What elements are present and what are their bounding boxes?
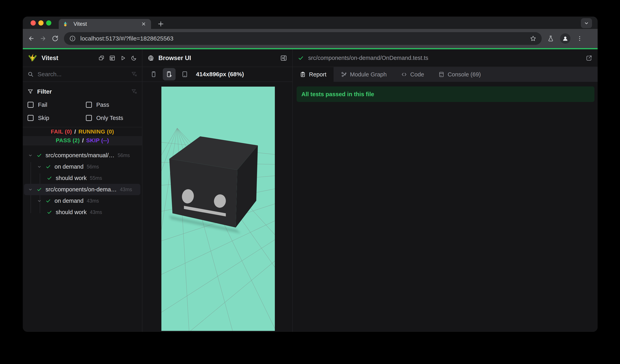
checkbox[interactable]	[86, 102, 92, 108]
filter-option-label: Fail	[38, 102, 47, 108]
chevron-down-icon	[583, 20, 589, 26]
report-content: All tests passed in this file	[293, 82, 598, 332]
filter-options: FailPassSkipOnly Tests	[28, 100, 137, 123]
tab-label: Code	[410, 71, 424, 78]
filter-option-pass[interactable]: Pass	[86, 100, 137, 110]
filter-option-fail[interactable]: Fail	[28, 100, 86, 110]
funnel-icon	[28, 89, 33, 94]
clipboard-icon	[300, 72, 306, 77]
tab-label: Console (69)	[448, 71, 481, 78]
windows-icon[interactable]	[98, 55, 105, 61]
test-duration: 43ms	[90, 209, 102, 215]
tablet-icon	[181, 71, 188, 78]
status-row-fail-running[interactable]: FAIL (0) / RUNNING (0)	[23, 127, 142, 136]
zoom-window-button[interactable]	[46, 20, 51, 26]
site-info-icon[interactable]	[69, 35, 76, 42]
test-tree: src/components/manual/…56mson demand56ms…	[23, 145, 142, 332]
tab-label: Report	[309, 71, 326, 78]
tab-code[interactable]: Code	[394, 67, 431, 82]
device-button-phone-plus[interactable]	[163, 68, 176, 80]
device-button-phone-small[interactable]	[147, 68, 160, 80]
url-text: localhost:5173/#/?file=1828625563	[80, 35, 525, 42]
panel-right-icon[interactable]	[280, 55, 287, 61]
tree-row[interactable]: on demand43ms	[24, 195, 140, 206]
clear-filter-icon[interactable]	[131, 71, 137, 77]
chevron-down-icon[interactable]	[37, 164, 42, 169]
close-window-button[interactable]	[31, 20, 36, 26]
pass-count: PASS (2)	[56, 137, 80, 144]
toolbar-right-actions	[547, 33, 584, 44]
filter-option-only-tests[interactable]: Only Tests	[86, 113, 137, 123]
bookmark-star-icon[interactable]	[530, 35, 537, 42]
flask-icon[interactable]	[547, 35, 554, 42]
chevron-down-icon[interactable]	[28, 153, 33, 158]
check-icon	[46, 198, 51, 204]
tab-report[interactable]: Report	[293, 67, 334, 82]
checkbox[interactable]	[28, 115, 33, 121]
profile-avatar[interactable]	[560, 33, 571, 44]
code-icon	[401, 72, 407, 77]
tree-row[interactable]: should work55ms	[24, 173, 140, 184]
phone-plus-icon	[166, 71, 172, 78]
filter-option-label: Only Tests	[96, 115, 123, 121]
tab-module-graph[interactable]: Module Graph	[334, 67, 394, 82]
reload-icon[interactable]	[51, 35, 59, 42]
test-duration: 55ms	[90, 175, 102, 181]
play-icon[interactable]	[120, 55, 126, 61]
filter-label: Filter	[37, 88, 127, 95]
file-header: src/components/on-demand/OnDemand.test.t…	[293, 49, 598, 67]
browser-ui-title: Browser UI	[158, 55, 191, 62]
running-count: RUNNING (0)	[78, 129, 114, 135]
status-separator: /	[74, 129, 76, 135]
tree-row[interactable]: on demand56ms	[24, 161, 140, 173]
tab-search-button[interactable]	[581, 18, 592, 28]
phone-small-icon	[150, 71, 157, 78]
external-link-icon[interactable]	[586, 55, 592, 61]
status-row-pass-skip[interactable]: PASS (2) / SKIP (--)	[23, 136, 142, 145]
tab-console-69[interactable]: Console (69)	[431, 67, 488, 82]
device-button-tablet[interactable]	[178, 68, 191, 80]
console-icon	[438, 72, 444, 77]
sidebar-header: Vitest	[23, 49, 142, 67]
report-tabs: ReportModule GraphCodeConsole (69)	[293, 67, 598, 82]
status-summary: FAIL (0) / RUNNING (0) PASS (2) / SKIP (…	[23, 127, 142, 145]
close-tab-icon[interactable]	[141, 21, 147, 27]
browser-tab[interactable]: Vitest	[59, 19, 151, 29]
new-tab-button[interactable]	[157, 20, 165, 28]
viewport-size-label: 414x896px (68%)	[196, 71, 244, 78]
check-icon	[37, 187, 42, 192]
moon-icon[interactable]	[131, 55, 137, 61]
clear-filter-icon[interactable]	[131, 89, 137, 95]
back-icon[interactable]	[28, 35, 35, 42]
sidebar-actions	[98, 55, 137, 61]
globe-icon	[148, 55, 154, 61]
test-file-path: src/components/on-demand/OnDemand.test.t…	[308, 55, 581, 61]
check-icon	[298, 55, 304, 61]
tree-row[interactable]: should work43ms	[24, 206, 140, 218]
tab-label: Module Graph	[350, 71, 387, 78]
address-bar[interactable]: localhost:5173/#/?file=1828625563	[64, 32, 542, 45]
dashboard-icon[interactable]	[109, 55, 115, 61]
checkbox[interactable]	[86, 115, 92, 121]
chevron-down-icon[interactable]	[28, 187, 33, 192]
minimize-window-button[interactable]	[38, 20, 44, 26]
filter-option-skip[interactable]: Skip	[28, 113, 86, 123]
status-separator: /	[82, 137, 84, 144]
check-icon	[47, 175, 52, 181]
test-name: on demand	[55, 198, 83, 204]
forward-icon[interactable]	[40, 35, 47, 42]
search-input[interactable]	[38, 71, 127, 78]
report-panel: src/components/on-demand/OnDemand.test.t…	[293, 49, 598, 332]
browser-toolbar: localhost:5173/#/?file=1828625563	[23, 29, 598, 48]
tree-row[interactable]: src/components/on-dema…43ms	[24, 184, 140, 195]
filter-section: Filter FailPassSkipOnly Tests	[23, 82, 142, 127]
test-name: on demand	[55, 163, 83, 170]
tree-row[interactable]: src/components/manual/…56ms	[24, 150, 140, 161]
skip-count: SKIP (--)	[86, 137, 109, 144]
module-graph-icon	[341, 72, 347, 77]
tab-title: Vitest	[74, 21, 137, 27]
chevron-down-icon[interactable]	[37, 198, 42, 204]
filter-header: Filter	[28, 87, 137, 96]
browser-menu-icon[interactable]	[576, 35, 583, 42]
checkbox[interactable]	[28, 102, 33, 108]
